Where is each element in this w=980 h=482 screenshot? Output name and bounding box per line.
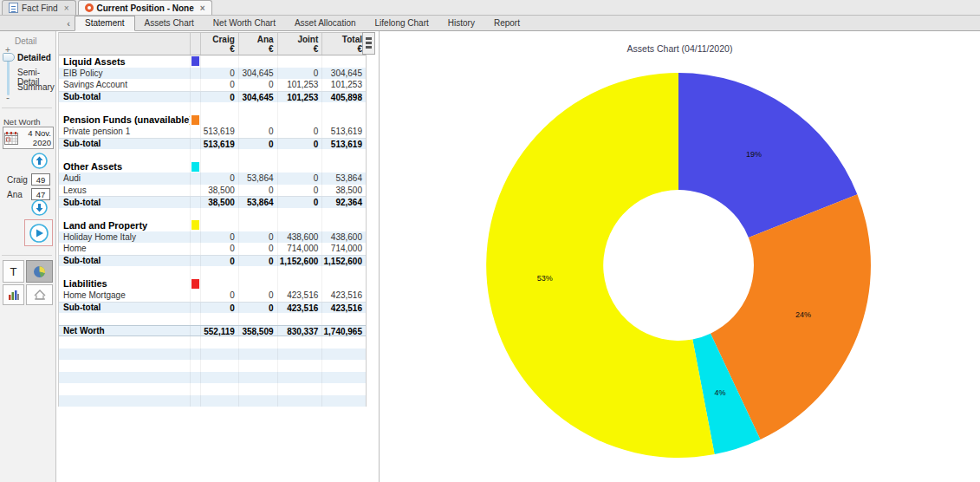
value-cell <box>277 219 322 231</box>
value-cell <box>277 348 322 361</box>
value-cell <box>238 149 277 161</box>
play-button[interactable] <box>24 219 53 246</box>
value-cell <box>277 102 322 114</box>
value-cell: 830,337 <box>277 326 322 336</box>
tab-current-position[interactable]: Current Position - None × <box>78 0 212 15</box>
value-cell: 714,000 <box>277 243 322 255</box>
sidebar: Detail + Detailed Semi-Detail Summary - … <box>0 31 56 482</box>
detail-slider-handle[interactable] <box>3 53 15 62</box>
swatch-cell <box>190 102 200 114</box>
detail-level-summary[interactable]: Summary <box>17 82 55 92</box>
category-color-swatch <box>191 279 199 289</box>
item-row-home[interactable]: Home00714,000714,000 <box>59 243 366 255</box>
tab-fact-find[interactable]: Fact Find × <box>2 0 76 15</box>
value-cell: 0 <box>238 243 277 255</box>
pie-slice-percentage-label: 53% <box>537 274 553 283</box>
close-icon[interactable]: × <box>64 3 69 13</box>
tab-asset-allocation[interactable]: Asset Allocation <box>285 16 366 31</box>
table-grid-icon <box>365 36 373 50</box>
tab-assets-chart[interactable]: Assets Chart <box>135 16 204 31</box>
value-cell: 423,516 <box>321 303 366 314</box>
tab-statement[interactable]: Statement <box>75 16 135 31</box>
value-cell <box>277 161 322 173</box>
item-row-lexus[interactable]: Lexus38,5000038,500 <box>59 185 366 197</box>
tab-scroll-left-icon[interactable]: ‹ <box>64 16 73 30</box>
empty-row <box>59 348 366 361</box>
net-worth-row: Net Worth552,119358,509830,3371,740,965 <box>59 325 366 337</box>
bar-chart-view-button[interactable] <box>3 284 24 305</box>
section-title: Liabilities <box>59 278 190 289</box>
detail-level-detailed[interactable]: Detailed <box>17 53 51 62</box>
value-cell <box>238 383 277 395</box>
spacer-row <box>59 102 366 114</box>
tab-report[interactable]: Report <box>484 16 529 31</box>
arrow-down-icon <box>31 199 48 216</box>
section-header-row-pension-funds-unavailable: Pension Funds (unavailable) <box>59 114 366 127</box>
value-cell <box>321 161 366 173</box>
net-worth-date-picker[interactable]: 4 Nov. 2020 <box>3 127 54 149</box>
value-cell: 304,645 <box>321 68 366 80</box>
value-cell: 38,500 <box>321 185 366 197</box>
value-cell: 1,152,600 <box>321 256 366 267</box>
ana-age-field[interactable]: 47 <box>31 188 50 200</box>
value-cell <box>321 102 366 114</box>
tab-label: Current Position - None <box>97 3 194 13</box>
value-cell: 92,364 <box>321 197 366 208</box>
column-header-craig[interactable]: Craig€ <box>200 33 238 55</box>
item-row-savings-account[interactable]: Savings Account00101,253101,253 <box>59 79 366 91</box>
detail-minus[interactable]: - <box>6 92 10 104</box>
tab-lifelong-chart[interactable]: Lifelong Chart <box>366 16 438 31</box>
age-down-button[interactable] <box>31 199 48 216</box>
column-header-joint[interactable]: Joint€ <box>277 33 322 55</box>
value-cell: 0 <box>238 185 277 197</box>
value-cell: 53,864 <box>238 197 277 208</box>
value-cell: 0 <box>200 231 238 244</box>
value-cell <box>200 383 238 395</box>
doughnut-chart-icon <box>85 3 94 12</box>
value-cell <box>238 114 277 127</box>
empty-row <box>59 395 366 407</box>
window-tab-bar: Fact Find × Current Position - None × <box>0 0 980 16</box>
divider <box>2 107 52 108</box>
value-cell <box>321 266 366 278</box>
value-cell <box>200 219 238 231</box>
bar-chart-icon <box>8 290 20 301</box>
swatch-cell <box>190 326 200 336</box>
pie-chart-icon <box>33 265 46 278</box>
value-cell: 513,619 <box>200 139 238 150</box>
person-craig: Craig 49 <box>0 174 56 186</box>
section-header-row-other-assets: Other Assets <box>59 161 366 173</box>
column-header-total[interactable]: Total€ <box>321 33 366 55</box>
value-cell <box>200 161 238 173</box>
category-color-swatch <box>191 56 199 66</box>
value-cell <box>238 278 277 290</box>
item-row-private-pension-1[interactable]: Private pension 1513,61900513,619 <box>59 126 366 138</box>
value-cell: 552,119 <box>200 326 238 336</box>
tab-net-worth-chart[interactable]: Net Worth Chart <box>204 16 285 31</box>
age-up-button[interactable] <box>31 153 48 169</box>
swatch-cell <box>190 173 200 185</box>
item-row-eib-policy[interactable]: EIB Policy0304,6450304,645 <box>59 68 366 80</box>
table-options-button[interactable] <box>362 32 375 55</box>
statement-panel: Craig€Ana€Joint€Total€Liquid AssetsEIB P… <box>56 31 380 482</box>
swatch-cell <box>190 79 200 91</box>
value-cell: 0 <box>200 290 238 302</box>
text-view-button[interactable]: T <box>3 260 24 283</box>
value-cell <box>200 55 238 68</box>
value-cell <box>200 208 238 220</box>
pie-chart-view-button[interactable] <box>26 260 53 283</box>
item-row-holiday-home-italy[interactable]: Holiday Home Italy00438,600438,600 <box>59 231 366 244</box>
swatch-cell <box>190 185 200 197</box>
tab-history[interactable]: History <box>438 16 484 31</box>
value-cell <box>200 102 238 114</box>
value-cell: 0 <box>238 256 277 267</box>
item-row-home-mortgage[interactable]: Home Mortgage00423,516423,516 <box>59 290 366 302</box>
row-label: Holiday Home Italy <box>59 232 190 242</box>
craig-age-field[interactable]: 49 <box>31 173 50 186</box>
close-icon[interactable]: × <box>200 3 205 13</box>
empty-row <box>59 372 366 384</box>
value-cell <box>321 395 366 407</box>
home-view-button[interactable] <box>26 284 53 305</box>
column-header-ana[interactable]: Ana€ <box>238 33 277 55</box>
item-row-audi[interactable]: Audi053,864053,864 <box>59 173 366 185</box>
